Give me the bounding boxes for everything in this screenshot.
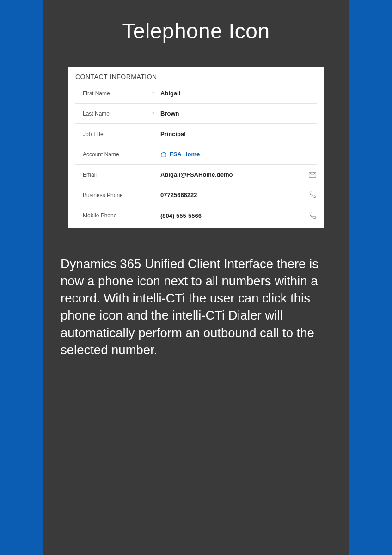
- label-job-title: Job Title: [83, 131, 152, 137]
- page-title: Telephone Icon: [61, 18, 331, 43]
- account-link-text: FSA Home: [170, 151, 200, 158]
- value-email[interactable]: Abigail@FSAHome.demo: [160, 171, 308, 178]
- phone-icon[interactable]: [308, 191, 317, 199]
- value-last-name[interactable]: Brown: [160, 110, 317, 117]
- value-first-name[interactable]: Abigail: [160, 90, 317, 97]
- phone-icon[interactable]: [308, 211, 317, 220]
- value-business-phone[interactable]: 07725666222: [160, 191, 308, 198]
- row-email: Email Abigail@FSAHome.demo: [75, 165, 317, 185]
- email-icon[interactable]: [308, 171, 317, 179]
- value-job-title[interactable]: Principal: [160, 130, 317, 137]
- content-panel: Telephone Icon CONTACT INFORMATION First…: [43, 0, 349, 555]
- label-last-name: Last Name: [83, 111, 152, 117]
- description-text: Dynamics 365 Unified Client Interface th…: [61, 255, 331, 358]
- row-business-phone: Business Phone 07725666222: [75, 185, 317, 205]
- label-business-phone: Business Phone: [83, 192, 152, 198]
- required-indicator: *: [152, 111, 160, 117]
- row-last-name: Last Name * Brown: [75, 104, 317, 124]
- row-mobile-phone: Mobile Phone (804) 555-5566: [75, 205, 317, 226]
- row-first-name: First Name * Abigail: [75, 83, 317, 104]
- svg-rect-0: [309, 172, 316, 177]
- required-indicator: *: [152, 90, 160, 97]
- label-account-name: Account Name: [83, 151, 152, 158]
- account-icon: [160, 151, 167, 158]
- value-account-name[interactable]: FSA Home: [160, 151, 317, 158]
- contact-form-card: CONTACT INFORMATION First Name * Abigail…: [68, 67, 324, 228]
- value-mobile-phone[interactable]: (804) 555-5566: [160, 212, 308, 219]
- label-first-name: First Name: [83, 90, 152, 97]
- label-email: Email: [83, 172, 152, 178]
- label-mobile-phone: Mobile Phone: [83, 212, 152, 219]
- row-job-title: Job Title Principal: [75, 124, 317, 144]
- section-header: CONTACT INFORMATION: [75, 73, 317, 80]
- row-account-name: Account Name FSA Home: [75, 144, 317, 165]
